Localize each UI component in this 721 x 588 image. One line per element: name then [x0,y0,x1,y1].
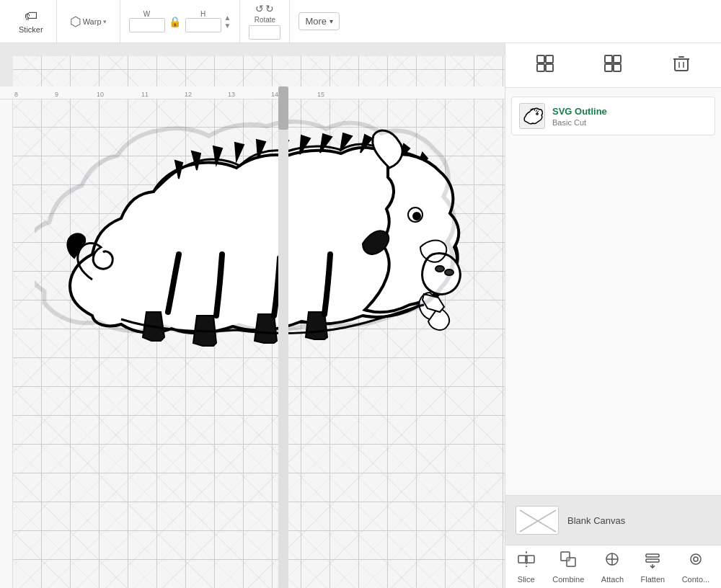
group-button[interactable] [529,50,561,80]
svg-rect-20 [518,556,526,563]
attach-label: Attach [601,575,624,584]
canvas-drawing-area[interactable] [13,56,505,588]
width-label: W [143,10,150,18]
toolbar-sticker-group: 🏷 Sticker [6,0,57,43]
boar-image[interactable] [35,114,467,388]
height-input-wrap: H [185,10,221,32]
sticker-icon: 🏷 [25,9,37,24]
svg-rect-5 [546,55,553,63]
canvas-scrollbar[interactable] [278,86,288,588]
width-input[interactable] [129,18,165,32]
combine-label: Combine [552,575,584,584]
ruler-tick-10: 10 [97,91,104,98]
blank-canvas-area: Blank Canvas [505,495,721,545]
top-toolbar: 🏷 Sticker ⬡ Warp ▾ W 🔒 H [0,0,721,43]
layer-type: Basic Cut [552,118,707,127]
more-button[interactable]: More ▾ [298,12,340,30]
svg-rect-13 [675,59,688,71]
ruler-tick-9: 9 [55,91,58,98]
lock-icon: 🔒 [169,16,181,27]
flatten-button[interactable]: Flatten [635,547,671,587]
size-up-arrow[interactable]: ▲ [224,14,231,22]
ruler-tick-14: 14 [271,91,278,98]
group-icon [535,53,555,77]
size-down-arrow[interactable]: ▼ [224,22,231,30]
combine-button[interactable]: Combine [547,547,590,587]
more-chevron-icon: ▾ [329,17,333,25]
flatten-icon [643,550,662,573]
svg-rect-8 [605,55,612,63]
toolbar-size-group: W 🔒 H ▲ ▼ [120,0,241,43]
sticker-button[interactable]: 🏷 Sticker [14,7,48,35]
svg-rect-10 [605,64,612,71]
layer-info: SVG Outline Basic Cut [552,106,707,127]
ruler-tick-12: 12 [185,91,192,98]
scrollbar-thumb[interactable] [278,86,288,130]
blank-canvas-item[interactable]: Blank Canvas [511,502,715,539]
ruler-tick-11: 11 [141,91,149,98]
slice-icon [517,550,536,573]
rotate-ccw-icon[interactable]: ↺ [255,3,264,14]
layer-item-svg-outline[interactable]: SVG Outline Basic Cut [511,97,715,135]
blank-canvas-thumbnail [516,506,559,535]
right-panel: Layers Color Sync × [505,0,721,588]
svg-rect-9 [614,55,621,63]
blank-canvas-label: Blank Canvas [567,515,625,526]
ruler-top: 8 9 10 11 12 13 14 15 [0,86,505,99]
svg-rect-11 [614,64,621,71]
svg-point-3 [413,213,420,220]
panel-actions [505,43,721,88]
rotate-group: ↺ ↻ Rotate [249,3,280,40]
ruler-tick-13: 13 [228,91,235,98]
svg-rect-29 [646,554,659,557]
height-label: H [200,10,205,18]
contour-icon [686,550,705,573]
svg-point-17 [536,112,539,115]
ruler-tick-15: 15 [317,91,324,98]
layer-list: SVG Outline Basic Cut [505,88,721,495]
ungroup-icon [603,53,623,77]
delete-button[interactable] [665,50,697,80]
lock-icon-wrap: 🔒 [168,10,182,32]
rotate-cw-icon[interactable]: ↻ [265,3,274,14]
size-inputs: W 🔒 H [129,10,221,32]
svg-rect-25 [567,558,570,561]
layer-thumbnail [519,103,545,129]
more-label: More [305,16,327,27]
bottom-toolbar: Slice Combine Attach [505,545,721,588]
warp-label: Warp [83,17,102,26]
svg-rect-30 [646,559,659,562]
attach-icon [603,550,622,573]
contour-label: Conto... [682,575,710,584]
toolbar-warp-group: ⬡ Warp ▾ [57,0,120,43]
rotate-label: Rotate [255,16,275,24]
size-arrows: ▲ ▼ [224,14,231,30]
flatten-label: Flatten [641,575,665,584]
ruler-left [0,99,13,588]
warp-button[interactable]: ⬡ Warp ▾ [66,12,111,31]
slice-button[interactable]: Slice [511,547,541,587]
combine-icon [559,550,578,573]
layer-name: SVG Outline [552,106,707,117]
toolbar-more-group: More ▾ [290,0,348,43]
canvas-area[interactable]: 8 9 10 11 12 13 14 15 [0,43,505,588]
rotate-input[interactable] [249,25,280,40]
svg-rect-21 [527,556,534,563]
svg-rect-4 [537,55,544,63]
svg-rect-7 [546,64,553,71]
ruler-tick-8: 8 [14,91,18,98]
slice-label: Slice [518,575,535,584]
svg-point-0 [435,266,444,272]
attach-button[interactable]: Attach [596,547,629,587]
width-input-wrap: W [129,10,165,32]
svg-rect-6 [537,64,544,71]
delete-icon [671,53,691,77]
toolbar-rotate-group: ↺ ↻ Rotate [240,0,290,43]
contour-button[interactable]: Conto... [676,547,716,587]
ungroup-button[interactable] [597,50,629,80]
sticker-label: Sticker [19,25,43,34]
rotate-arrows: ↺ ↻ [255,3,274,14]
height-input[interactable] [185,18,221,32]
